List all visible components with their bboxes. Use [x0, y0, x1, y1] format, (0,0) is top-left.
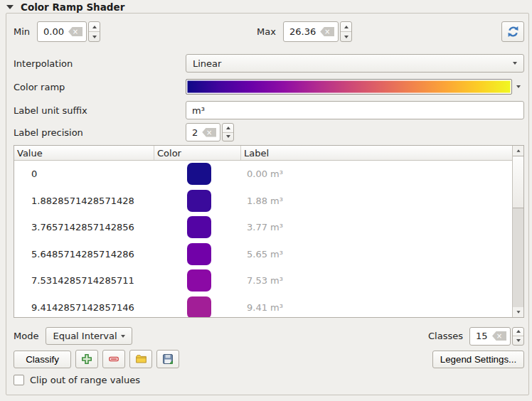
- interpolation-combobox[interactable]: Linear: [186, 54, 524, 73]
- table-row[interactable]: 1.8828571428571428 1.88 m³: [14, 188, 512, 215]
- color-swatch[interactable]: [187, 243, 211, 265]
- scroll-down-icon[interactable]: [513, 307, 523, 317]
- row-label[interactable]: 0.00 m³: [241, 169, 512, 179]
- precision-spin-up[interactable]: [223, 124, 233, 133]
- classes-label: Classes: [428, 331, 463, 341]
- row-label[interactable]: 7.53 m³: [241, 275, 512, 286]
- max-label: Max: [257, 26, 276, 37]
- mode-label: Mode: [14, 331, 38, 341]
- group-frame: Min 0.00 × Max 26.36 ×: [6, 13, 529, 395]
- label-unit-suffix-row: Label unit suffix m³: [14, 101, 524, 119]
- clip-checkbox[interactable]: [14, 375, 24, 385]
- row-value[interactable]: 9.4142857142857146: [14, 302, 154, 313]
- min-input[interactable]: 0.00 ×: [37, 21, 87, 42]
- color-swatch[interactable]: [187, 269, 211, 292]
- table-body: 0 0.00 m³ 1.8828571428571428 1.88 m³ 3.7…: [14, 161, 512, 317]
- table-header: Value Color Label: [14, 146, 512, 161]
- mode-combobox[interactable]: Equal Interval: [46, 327, 132, 345]
- min-spin-down[interactable]: [89, 32, 100, 41]
- row-label[interactable]: 5.65 m³: [241, 249, 512, 260]
- label-precision-input[interactable]: 2 ×: [186, 123, 220, 141]
- max-spin-down[interactable]: [341, 32, 351, 41]
- mode-classes-row: Mode Equal Interval Classes 15 ×: [14, 327, 524, 345]
- scrollbar-thumb[interactable]: [513, 156, 523, 208]
- column-header-label[interactable]: Label: [241, 146, 512, 160]
- color-ramp-gradient[interactable]: [186, 79, 512, 95]
- folder-icon: [135, 353, 147, 365]
- row-label[interactable]: 9.41 m³: [241, 302, 512, 313]
- classes-spin-down[interactable]: [513, 336, 523, 345]
- label-unit-suffix-input[interactable]: m³: [186, 101, 524, 119]
- color-classes-table: Value Color Label 0 0.00 m³ 1.8828571428…: [14, 145, 524, 318]
- column-header-value[interactable]: Value: [14, 146, 154, 160]
- table-row[interactable]: 9.4142857142857146 9.41 m³: [14, 294, 512, 318]
- label-precision-row: Label precision 2 ×: [14, 123, 524, 141]
- max-input[interactable]: 26.36 ×: [283, 21, 339, 42]
- precision-spin-down[interactable]: [223, 133, 233, 141]
- min-spin-up[interactable]: [89, 22, 100, 32]
- chevron-down-icon: [513, 62, 517, 65]
- floppy-save-icon: [162, 353, 174, 365]
- row-value[interactable]: 0: [14, 169, 154, 179]
- row-value[interactable]: 5.6485714285714286: [14, 249, 154, 260]
- row-value[interactable]: 3.7657142857142856: [14, 222, 154, 232]
- label-unit-suffix-label: Label unit suffix: [14, 105, 186, 116]
- mode-value: Equal Interval: [53, 331, 117, 341]
- table-row[interactable]: 0 0.00 m³: [14, 161, 512, 188]
- max-spin-up[interactable]: [341, 22, 351, 32]
- reload-minmax-button[interactable]: [501, 21, 524, 42]
- color-swatch[interactable]: [187, 216, 211, 238]
- clear-precision-icon[interactable]: ×: [202, 128, 216, 137]
- table-row[interactable]: 3.7657142857142856 3.77 m³: [14, 214, 512, 241]
- label-precision-value: 2: [192, 127, 198, 138]
- max-value: 26.36: [289, 26, 316, 37]
- save-color-map-button[interactable]: [156, 350, 179, 368]
- min-spinbox: 0.00 ×: [37, 21, 250, 42]
- table-scrollbar[interactable]: [512, 146, 523, 317]
- classify-button[interactable]: Classify: [14, 351, 71, 368]
- color-swatch[interactable]: [187, 296, 211, 317]
- color-ramp-button[interactable]: [186, 78, 524, 95]
- load-color-map-button[interactable]: [129, 350, 152, 368]
- clear-classes-icon[interactable]: ×: [492, 331, 506, 341]
- remove-class-button[interactable]: [102, 350, 125, 368]
- clear-max-icon[interactable]: ×: [320, 27, 334, 36]
- row-value[interactable]: 7.5314285714285711: [14, 275, 154, 286]
- interpolation-label: Interpolation: [14, 58, 186, 69]
- color-swatch[interactable]: [187, 163, 211, 185]
- table-row[interactable]: 7.5314285714285711 7.53 m³: [14, 267, 512, 294]
- add-class-button[interactable]: [75, 350, 98, 368]
- classes-input[interactable]: 15 ×: [469, 327, 511, 346]
- table-main: Value Color Label 0 0.00 m³ 1.8828571428…: [14, 146, 512, 317]
- min-spin-buttons: [88, 21, 100, 42]
- min-label: Min: [14, 26, 30, 37]
- classes-spin-up[interactable]: [513, 328, 523, 337]
- interpolation-value: Linear: [193, 58, 221, 69]
- color-ramp-row: Color ramp: [14, 78, 524, 95]
- color-ramp-label: Color ramp: [14, 82, 186, 92]
- column-header-color[interactable]: Color: [154, 146, 241, 160]
- label-precision-label: Label precision: [14, 127, 186, 138]
- row-label[interactable]: 3.77 m³: [241, 222, 512, 232]
- collapse-arrow-icon[interactable]: [6, 5, 14, 9]
- label-unit-suffix-value: m³: [192, 105, 520, 116]
- color-swatch[interactable]: [187, 190, 211, 212]
- classes-spin-buttons: [512, 327, 524, 346]
- precision-spin-buttons: [222, 123, 234, 141]
- clear-min-icon[interactable]: ×: [68, 27, 83, 36]
- row-value[interactable]: 1.8828571428571428: [14, 196, 154, 206]
- max-spin-buttons: [340, 21, 352, 42]
- minmax-row: Min 0.00 × Max 26.36 ×: [14, 21, 524, 42]
- interpolation-row: Interpolation Linear: [14, 54, 524, 73]
- legend-settings-button[interactable]: Legend Settings...: [432, 351, 524, 368]
- table-row[interactable]: 5.6485714285714286 5.65 m³: [14, 241, 512, 268]
- clip-label[interactable]: Clip out of range values: [30, 375, 140, 385]
- chevron-down-icon: [121, 335, 125, 338]
- group-header[interactable]: Color Ramp Shader: [6, 1, 124, 13]
- scrollbar-track[interactable]: [513, 208, 523, 307]
- actions-row: Classify: [14, 350, 524, 368]
- row-label[interactable]: 1.88 m³: [241, 196, 512, 206]
- scroll-up-icon[interactable]: [513, 146, 523, 156]
- refresh-icon: [507, 26, 519, 38]
- color-ramp-dropdown[interactable]: [512, 85, 524, 88]
